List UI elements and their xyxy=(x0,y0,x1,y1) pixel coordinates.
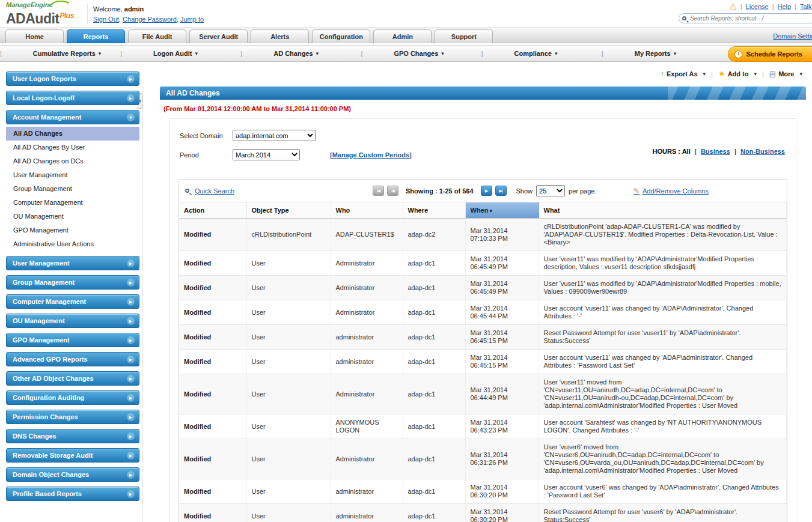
chevron-icon xyxy=(127,471,135,479)
chevron-down-icon: ▾ xyxy=(441,50,444,56)
license-link[interactable]: License xyxy=(746,3,769,10)
main-tab[interactable]: Reports xyxy=(67,29,125,43)
sidebar-group-button[interactable]: Group Management xyxy=(6,275,139,290)
add-remove-columns-link[interactable]: ✎ Add/Remove Columns xyxy=(633,187,709,195)
sidebar-group-button[interactable]: Advanced GPO Reports xyxy=(6,352,139,366)
sidebar-group-button[interactable]: Profile Based Reports xyxy=(6,487,139,501)
cell-action: Modified xyxy=(179,325,246,350)
sidebar-report-item[interactable]: All AD Changes By User xyxy=(6,141,139,154)
column-header-who[interactable]: Who xyxy=(331,202,403,219)
main-tab[interactable]: Home xyxy=(5,29,64,43)
sidebar-report-item[interactable]: Administrative User Actions xyxy=(6,237,139,251)
sidebar-group-button[interactable]: Configuration Auditing xyxy=(6,390,139,405)
subnav-menu-label: My Reports xyxy=(635,50,671,57)
pipe-separator: | xyxy=(602,50,603,57)
main-tab[interactable]: Server Audit xyxy=(189,29,248,43)
cell-where: adap-dc2 xyxy=(403,219,465,251)
search-input[interactable] xyxy=(689,14,812,22)
sidebar-group-button[interactable]: Local Logon-Logoff xyxy=(6,91,139,105)
manage-custom-periods-link[interactable]: [Manage Custom Periods] xyxy=(330,151,412,159)
next-page-button[interactable]: ▶ xyxy=(481,186,492,196)
sidebar-group-button[interactable]: Account Management xyxy=(6,110,139,124)
subnav-menu-item[interactable]: | Logon Audit ▾ xyxy=(120,50,240,57)
warning-icon[interactable]: ⚠ xyxy=(729,2,737,11)
cell-where: adap-dc1 xyxy=(403,374,465,414)
table-row: Modified User administrator adap-dc1 Mar… xyxy=(179,325,787,350)
sidebar-report-item[interactable]: User Management xyxy=(6,168,139,182)
subnav-menu-item[interactable]: | Cumulative Reports ▾ xyxy=(0,50,120,57)
sign-out-link[interactable]: Sign Out xyxy=(93,16,119,23)
chevron-icon xyxy=(127,356,135,363)
sidebar-group-button[interactable]: Permission Changes xyxy=(6,410,139,424)
change-password-link[interactable]: Change Password xyxy=(123,16,177,23)
sidebar-group-button[interactable]: Domain Object Changes xyxy=(6,467,139,482)
chevron-icon xyxy=(127,114,135,121)
last-page-button[interactable]: ▶| xyxy=(495,186,507,196)
cell-where: adap-dc1 xyxy=(403,350,465,374)
jump-to-link[interactable]: Jump to xyxy=(180,16,204,23)
main-tab[interactable]: Admin xyxy=(373,29,432,43)
sidebar-group-button[interactable]: Removable Storage Audit xyxy=(6,448,139,463)
report-page-icon: ▤ xyxy=(769,70,776,78)
sidebar-report-item[interactable]: OU Management xyxy=(6,210,139,223)
chevron-down-icon: ▾ xyxy=(555,50,558,56)
more-button[interactable]: ▤ More ▾ xyxy=(769,70,802,78)
cell-when: Mar 31,2014 06:30:20 PM xyxy=(465,479,539,504)
sidebar-report-item[interactable]: All AD Changes xyxy=(6,127,139,141)
previous-page-button[interactable]: ◀ xyxy=(387,186,398,196)
sidebar-group-button[interactable]: OU Management xyxy=(6,314,139,328)
subnav-menu-label: AD Changes xyxy=(273,50,313,57)
sidebar-report-item[interactable]: Computer Management xyxy=(6,196,139,210)
hours-non-business-link[interactable]: Non-Business xyxy=(740,148,785,155)
sidebar-group-label: Profile Based Reports xyxy=(13,490,82,497)
sidebar-group-label: Other AD Object Changes xyxy=(13,375,94,382)
table-row: Modified User Administrator adap-dc1 Mar… xyxy=(179,374,787,414)
sidebar-group-button[interactable]: GPO Management xyxy=(6,333,139,347)
column-header-object-type[interactable]: Object Type xyxy=(246,202,331,219)
sidebar-group-button[interactable]: DNS Changes xyxy=(6,429,139,443)
domain-select[interactable]: adap.internal.com xyxy=(233,130,316,141)
main-tab[interactable]: Alerts xyxy=(251,29,309,43)
column-header-what[interactable]: What xyxy=(539,202,787,219)
cell-who: administrator xyxy=(331,479,403,504)
column-header-action[interactable]: Action xyxy=(179,202,246,219)
sidebar-group-button[interactable]: Other AD Object Changes xyxy=(6,371,139,386)
schedule-reports-button[interactable]: Schedule Reports xyxy=(728,46,812,62)
sidebar-report-item[interactable]: All AD Changes on DCs xyxy=(6,154,139,168)
table-row: Modified User Administrator adap-dc1 Mar… xyxy=(179,300,787,325)
column-header-where[interactable]: Where xyxy=(403,202,465,219)
domain-settings-link[interactable]: Domain Settings xyxy=(773,32,812,40)
reports-sidebar: User Logon Reports Local Logon-Logoff Ac… xyxy=(6,71,139,506)
subnav-menu-item[interactable]: | AD Changes ▾ xyxy=(240,50,361,57)
column-header-when[interactable]: When▾ xyxy=(465,202,539,219)
clock-icon xyxy=(734,50,742,58)
talkback-link[interactable]: TalkBack xyxy=(800,3,812,10)
plus-wordmark: Plus xyxy=(60,11,73,20)
sidebar-report-item[interactable]: Group Management xyxy=(6,182,139,196)
sidebar-group-button[interactable]: Computer Management xyxy=(6,294,139,309)
cell-what: User 'vuser11' moved from 'CN=vuser11,OU… xyxy=(539,374,787,414)
sidebar-report-item[interactable]: GPO Management xyxy=(6,223,139,237)
chevron-down-icon: ▾ xyxy=(316,50,319,56)
subnav-menu-item[interactable]: | GPO Changes ▾ xyxy=(361,50,481,57)
page-size-select[interactable]: 25 xyxy=(536,185,565,196)
subnav-menu-item[interactable]: | Compliance ▾ xyxy=(481,50,602,57)
period-select[interactable]: March 2014 xyxy=(233,149,300,160)
sidebar-group-button[interactable]: User Logon Reports xyxy=(6,71,139,86)
report-search-box[interactable] xyxy=(679,13,812,23)
subnav-menu-item[interactable]: | My Reports ▾ xyxy=(602,50,722,57)
main-tab[interactable]: Support xyxy=(435,29,493,43)
hours-business-link[interactable]: Business xyxy=(701,148,730,155)
report-content: ↑ Export As ▾ | ★ Add to ▾ | ▤ More ▾ Al… xyxy=(151,62,812,522)
first-page-button[interactable]: |◀ xyxy=(373,186,384,196)
schedule-reports-label: Schedule Reports xyxy=(746,50,802,58)
add-to-button[interactable]: ★ Add to ▾ xyxy=(718,69,757,78)
export-as-button[interactable]: ↑ Export As ▾ xyxy=(661,70,706,78)
main-tab[interactable]: File Audit xyxy=(128,29,186,43)
main-tab[interactable]: Configuration xyxy=(312,29,370,43)
quick-search-link[interactable]: Quick Search xyxy=(185,187,234,195)
pipe-separator: | xyxy=(695,148,697,155)
help-link[interactable]: Help xyxy=(777,3,791,10)
sidebar-group-button[interactable]: User Management xyxy=(6,256,139,270)
cell-action: Modified xyxy=(179,439,246,479)
